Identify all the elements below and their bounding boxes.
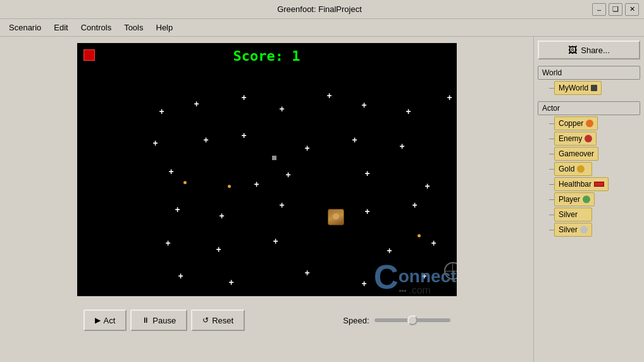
star: + — [365, 168, 370, 178]
star: + — [242, 92, 247, 103]
gameover-class-button[interactable]: Gameover — [554, 147, 598, 161]
gameover-label: Gameover — [559, 149, 594, 158]
menu-edit[interactable]: Edit — [47, 21, 74, 34]
gold-icon — [577, 165, 585, 173]
star: + — [169, 166, 174, 177]
myworld-tree-line: MyWorld — [548, 81, 640, 95]
player-label: Player — [559, 195, 580, 204]
star: + — [280, 200, 285, 210]
star: + — [362, 278, 367, 289]
star: + — [305, 143, 310, 153]
star: + — [280, 104, 285, 114]
main-content: Score: 1 + + + + + + + + + + + + + + + +… — [0, 37, 644, 362]
star: + — [365, 206, 370, 216]
player-class-button[interactable]: Player — [554, 192, 595, 206]
coin — [418, 234, 421, 237]
scoreboard-class-button[interactable]: Silver — [554, 208, 592, 222]
copper-label: Copper — [559, 119, 583, 128]
menu-help[interactable]: Help — [150, 21, 180, 34]
star: + — [362, 100, 367, 110]
world-class-button[interactable]: World — [538, 66, 640, 80]
star: + — [178, 271, 183, 281]
silver-tree-line: Silver — [548, 223, 640, 237]
myworld-class-button[interactable]: MyWorld — [554, 81, 602, 95]
star: + — [194, 99, 199, 109]
silver-class-button[interactable]: Silver — [554, 223, 592, 237]
star: + — [242, 130, 247, 140]
star: + — [327, 91, 332, 101]
menu-scenario[interactable]: Scenario — [3, 21, 47, 34]
score-display: Score: 1 — [233, 48, 300, 64]
star: + — [425, 181, 430, 191]
menu-controls[interactable]: Controls — [75, 21, 118, 34]
star: + — [387, 246, 392, 256]
star: + — [220, 211, 225, 221]
myworld-icon — [591, 85, 597, 91]
gold-class-button[interactable]: Gold — [554, 162, 592, 176]
player-icon — [583, 196, 590, 203]
player-tree-line: Player — [548, 192, 640, 206]
healthbar-class-button[interactable]: Healthbar — [554, 177, 609, 191]
star: + — [159, 106, 164, 116]
copper-class-button[interactable]: Copper — [554, 116, 598, 130]
silver-icon — [580, 226, 588, 234]
coin — [183, 181, 187, 184]
healthbar-tree-line: Healthbar — [548, 177, 640, 191]
star: + — [254, 179, 259, 189]
star: + — [204, 135, 209, 145]
star: + — [305, 268, 310, 278]
enemy-class-button[interactable]: Enemy — [554, 132, 597, 146]
actor-node: Actor Copper Enemy — [538, 101, 640, 237]
reset-button[interactable]: ↺ Reset — [191, 309, 245, 331]
restore-button[interactable]: ❑ — [609, 3, 622, 16]
title-bar: Greenfoot: FinalProject – ❑ ✕ — [0, 0, 644, 19]
star: + — [216, 244, 221, 254]
asteroid-small — [272, 156, 276, 160]
pause-button[interactable]: ⏸ Pause — [130, 309, 187, 331]
pause-icon: ⏸ — [142, 316, 149, 325]
enemy-icon — [585, 135, 592, 142]
star: + — [273, 236, 278, 246]
gold-tree-line: Gold — [548, 162, 640, 176]
speed-label: Speed: — [343, 316, 369, 325]
star: + — [412, 200, 418, 210]
close-button[interactable]: ✕ — [625, 3, 639, 16]
star: + — [406, 106, 411, 116]
minimize-button[interactable]: – — [592, 3, 606, 16]
menu-bar: Scenario Edit Controls Tools Help — [0, 19, 644, 37]
menu-tools[interactable]: Tools — [118, 21, 149, 34]
star: + — [175, 204, 180, 215]
copper-icon — [586, 120, 593, 127]
act-icon: ▶ — [95, 316, 101, 325]
world-children: MyWorld — [538, 81, 640, 95]
gold-label: Gold — [559, 165, 574, 173]
speed-slider[interactable] — [375, 318, 450, 322]
star: + — [153, 138, 158, 148]
gameover-tree-line: Gameover — [548, 147, 640, 161]
silver-label: Silver — [559, 225, 578, 234]
star: + — [286, 170, 291, 180]
enemy-tree-line: Enemy — [548, 132, 640, 146]
star: + — [400, 141, 405, 151]
controls-bar: ▶ Act ⏸ Pause ↺ Reset Speed: — [77, 301, 457, 339]
act-button[interactable]: ▶ Act — [84, 309, 127, 331]
star: + — [447, 92, 452, 103]
star: + — [229, 277, 234, 287]
coin — [228, 185, 231, 188]
actor-class-button[interactable]: Actor — [538, 101, 640, 115]
star: + — [166, 238, 171, 248]
window-title: Greenfoot: FinalProject — [47, 4, 592, 14]
scoreboard-tree-line: Silver — [548, 208, 640, 222]
game-viewport[interactable]: Score: 1 + + + + + + + + + + + + + + + +… — [77, 43, 457, 296]
copper-tree-line: Copper — [548, 116, 640, 130]
star: + — [352, 135, 357, 145]
reset-icon: ↺ — [202, 316, 209, 325]
healthbar-icon — [594, 182, 604, 187]
share-button[interactable]: 🖼 Share... — [538, 41, 640, 59]
class-tree: World MyWorld Actor — [538, 66, 640, 237]
window-controls: – ❑ ✕ — [592, 3, 639, 16]
scoreboard-label: Silver — [559, 210, 578, 219]
speed-control: Speed: — [343, 316, 450, 325]
actor-children: Copper Enemy Gameover — [538, 116, 640, 237]
world-node: World MyWorld — [538, 66, 640, 95]
